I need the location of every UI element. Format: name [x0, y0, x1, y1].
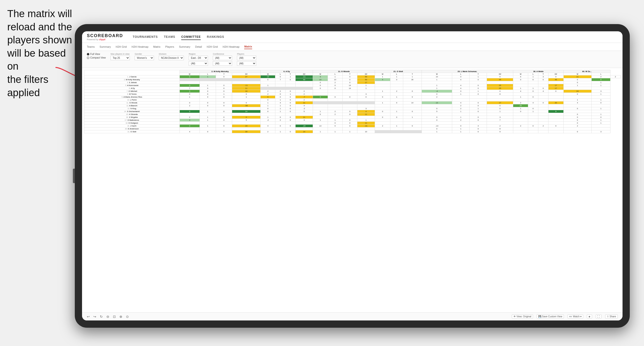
col-group-stoll: 21. O Stoll: [375, 70, 422, 73]
region-select2[interactable]: (All): [189, 61, 208, 66]
table-row: 18. H Hodgson 0011 01: [84, 122, 620, 125]
collaborate-icon: ◈: [588, 315, 590, 318]
stoll-w: W: [375, 73, 390, 75]
nav-items: TOURNAMENTS TEAMS COMMITTEE RANKINGS: [133, 34, 224, 40]
zoom-reset-icon[interactable]: ⊡: [113, 315, 116, 319]
logo-area: SCOREBOARD Powered by clippd: [87, 33, 123, 41]
players-select[interactable]: (All): [237, 56, 256, 60]
full-view-option[interactable]: Full View: [87, 53, 106, 55]
view-original-label: View: Original: [516, 315, 532, 318]
tablet-device: SCOREBOARD Powered by clippd TOURNAMENTS…: [75, 24, 630, 328]
mulcahy-t: T: [216, 73, 232, 75]
table-row: 9. A Maria Jimenez Rios 1001 000-7 0000 …: [84, 96, 620, 99]
bottom-toolbar: ↩ ↪ ↻ ⊖ ⊡ ⊕ ⊙ 👁 View: Original 💾 Save Cu…: [82, 312, 622, 321]
compact-view-option[interactable]: Compact View: [87, 56, 106, 59]
players-filter: Players (All) (All): [237, 53, 256, 66]
redo-icon[interactable]: ↪: [94, 315, 96, 319]
ady-l: L: [275, 73, 286, 75]
sub-nav-teams[interactable]: Teams: [87, 45, 94, 49]
player-name: 18. H Hodgson: [84, 122, 180, 125]
full-view-radio[interactable]: [87, 53, 89, 55]
nav-tournaments[interactable]: TOURNAMENTS: [133, 34, 158, 40]
sub-nav-players[interactable]: Players: [165, 45, 174, 49]
col-group-ady: 6. A Dy: [260, 70, 313, 73]
schumac-t: T: [470, 73, 487, 75]
max-players-filter: Max players in view Top 25: [110, 53, 130, 60]
nav-rankings[interactable]: RANKINGS: [207, 34, 224, 40]
division-filter: Division NCAA Division II: [159, 53, 184, 60]
player-name: 7. O Mitchell: [84, 90, 180, 93]
woods-l: L: [328, 73, 342, 75]
compact-view-label: Compact View: [90, 56, 106, 59]
division-select[interactable]: NCAA Division II: [159, 56, 184, 60]
sub-nav-detail[interactable]: Detail: [195, 45, 202, 49]
sub-nav-summary2[interactable]: Summary: [179, 45, 190, 49]
compact-view-radio[interactable]: [87, 57, 89, 59]
conference-select2[interactable]: (All): [213, 61, 232, 66]
sub-nav-h2h-grid[interactable]: H2H Grid: [116, 45, 127, 49]
player-name: 10. L Perini: [84, 99, 180, 101]
gender-select[interactable]: Women's: [135, 56, 154, 60]
refresh-icon[interactable]: ↻: [100, 315, 103, 319]
nav-committee[interactable]: COMMITTEE: [181, 34, 201, 40]
max-players-select[interactable]: Top 25: [110, 56, 130, 60]
sub-nav-h2h-heatmap2[interactable]: H2H Heatmap: [223, 45, 240, 49]
tablet-side-button: [73, 169, 75, 183]
webb-w: W: [513, 73, 528, 75]
player-col-header: [84, 70, 180, 75]
zoom-in-icon[interactable]: ⊕: [120, 315, 122, 319]
player-name: 14. S Srichantamit: [84, 110, 180, 113]
players-label: Players: [237, 53, 256, 55]
sub-nav-matrix[interactable]: Matrix: [153, 45, 160, 49]
table-row: 5. A Nomrowski 310-11 1 00141 14025 17 1…: [84, 84, 620, 87]
table-row: 16. X Mcgaha 2100 10011 001 0103 00: [84, 116, 620, 119]
logo-powered: Powered by clippd: [87, 38, 123, 41]
player-name: 5. A Nomrowski: [84, 84, 180, 87]
watch-label: Watch: [573, 315, 580, 318]
table-row: 17. D Ballesteros 3105 -2203 1101 0207 0…: [84, 119, 620, 122]
col-group-woods: 11. G Woods: [313, 70, 375, 73]
division-label: Division: [159, 53, 184, 55]
player-name: 9. A Maria Jimenez Rios: [84, 96, 180, 99]
save-custom-button[interactable]: 💾 Save Custom View: [537, 315, 564, 319]
mulcahy-l: L: [200, 73, 216, 75]
player-name: 11. G Woods: [84, 101, 180, 104]
logo-scoreboard: SCOREBOARD: [87, 33, 123, 38]
zoom-out-icon[interactable]: ⊖: [106, 315, 109, 319]
table-row: 21. O Stoll 40039 21014 11110 1109 03: [84, 130, 620, 133]
stoll-t: T: [403, 73, 422, 75]
webb-dif: Dif: [548, 73, 564, 75]
save-custom-label: Save Custom View: [542, 315, 562, 318]
table-row: 7. O Mitchell 30018 2202 120 -4010 4040 …: [84, 90, 620, 93]
undo-icon[interactable]: ↩: [87, 315, 90, 319]
filter-bar: Full View Compact View Max players in vi…: [82, 51, 622, 68]
sub-nav-summary[interactable]: Summary: [100, 45, 111, 49]
region-select[interactable]: East - DII: [189, 56, 208, 60]
table-row: 14. S Srichantamit 31014 0105 1204 010 5…: [84, 110, 620, 113]
table-row: 8. M Torres 0010 2012 3 0108 01: [84, 93, 620, 96]
nav-bar: SCOREBOARD Powered by clippd TOURNAMENTS…: [82, 31, 622, 43]
za-l: L: [592, 73, 610, 75]
gender-filter: Gender Women's: [135, 53, 154, 60]
conference-select[interactable]: (All): [213, 56, 232, 60]
sub-nav-h2h-heatmap[interactable]: H2H Heatmap: [132, 45, 148, 49]
player-name: 6. A Dy: [84, 87, 180, 90]
fullscreen-button[interactable]: ⛶: [596, 315, 602, 319]
player-name: 21. O Stoll: [84, 130, 180, 133]
collaborate-button[interactable]: ◈: [587, 315, 592, 319]
players-select2[interactable]: (All): [237, 61, 256, 66]
sub-nav-matrix2[interactable]: Matrix: [244, 44, 252, 49]
player-name: 16. X Mcgaha: [84, 116, 180, 119]
clock-icon[interactable]: ⊙: [126, 315, 129, 319]
woods-dif: Dif: [357, 73, 375, 75]
woods-t: T: [342, 73, 357, 75]
nav-teams[interactable]: TEAMS: [164, 34, 175, 40]
col-group-mulcahy: 2. M Kelly Mulcahy: [180, 70, 260, 73]
sub-nav-h2h-grid2[interactable]: H2H Grid: [207, 45, 218, 49]
view-original-button[interactable]: 👁 View: Original: [512, 315, 533, 319]
watch-button[interactable]: 👀 Watch ▾: [568, 315, 583, 319]
schumac-dif: Dif: [487, 73, 513, 75]
player-name: 20. E Andersson: [84, 128, 180, 130]
share-button[interactable]: ⇧ Share: [605, 315, 618, 319]
za-w: W: [564, 73, 592, 75]
